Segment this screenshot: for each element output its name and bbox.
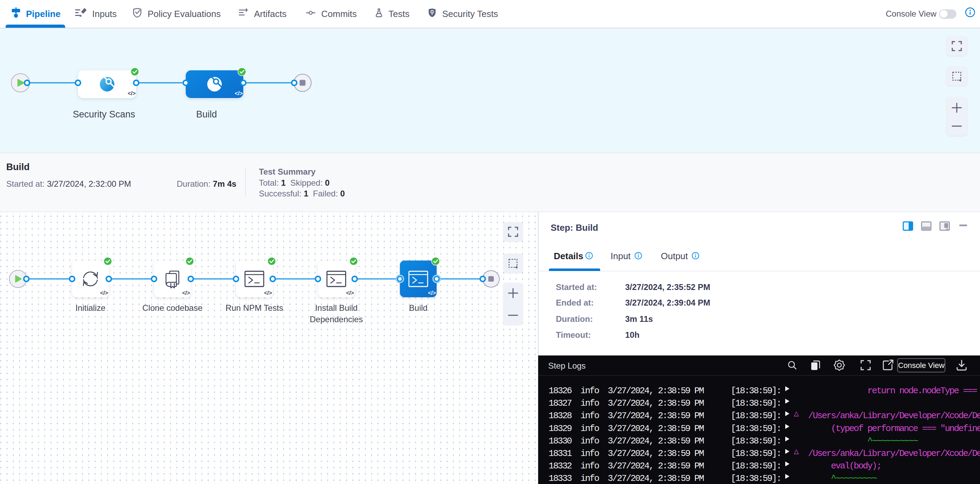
svg-text:</>: </> [127, 90, 135, 96]
svg-text:</>: </> [182, 290, 190, 296]
svg-text:Run NPM Tests: Run NPM Tests [226, 303, 283, 313]
svg-text:Dependencies: Dependencies [310, 314, 363, 324]
svg-text:Install Build: Install Build [315, 303, 358, 313]
svg-text:Initialize: Initialize [76, 303, 106, 313]
svg-text:Clone codebase: Clone codebase [142, 303, 202, 313]
svg-text:</>: </> [235, 90, 243, 96]
svg-text:</>: </> [100, 290, 108, 296]
svg-text:</>: </> [264, 290, 272, 296]
svg-text:</>: </> [346, 290, 354, 296]
svg-text:Build: Build [409, 303, 427, 313]
svg-text:Build: Build [196, 109, 217, 119]
svg-text:Security Scans: Security Scans [73, 109, 135, 119]
svg-text:</>: </> [428, 290, 436, 296]
